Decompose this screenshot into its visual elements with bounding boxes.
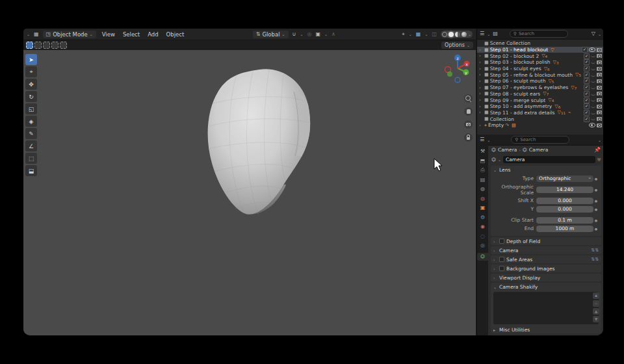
tool-scale[interactable]: ◱ <box>25 103 37 114</box>
panel-lens-header[interactable]: ⌄ Lens <box>491 166 601 174</box>
lock-icon[interactable] <box>464 133 473 142</box>
outliner-row-step08[interactable]: › ▦ Step 08 - sculpt ears ▽7 ✓ <box>477 91 603 98</box>
eye-closed-icon[interactable] <box>591 118 595 121</box>
item-label[interactable]: Step 08 - sculpt ears <box>490 91 541 97</box>
outliner-row-step04[interactable]: › ▦ Step 04 - sculpt eyes ▽6 ✓ <box>477 66 603 72</box>
camera-render-icon[interactable] <box>597 73 602 77</box>
properties-editor-type-icon[interactable]: ☰ <box>480 137 484 142</box>
select-mode-invert[interactable] <box>51 42 58 49</box>
tab-world[interactable]: ◍ <box>477 196 488 202</box>
exclude-checkbox[interactable]: ✓ <box>584 98 590 103</box>
expand-icon[interactable]: › <box>479 104 483 109</box>
expand-icon[interactable]: › <box>479 47 483 53</box>
eye-open-icon[interactable] <box>589 47 595 52</box>
expand-icon[interactable]: › <box>479 98 483 103</box>
select-mode-intersect[interactable] <box>60 42 67 49</box>
panel-background-images[interactable]: › Background Images <box>491 265 601 272</box>
item-label[interactable]: Step 06 - sculpt mouth <box>490 78 546 84</box>
add-shake-button[interactable]: + <box>593 292 599 299</box>
item-label[interactable]: Step 10 - add asymmetry <box>490 103 552 109</box>
animate-dot[interactable]: ● <box>593 188 599 192</box>
eye-closed-icon[interactable] <box>591 99 595 102</box>
tool-annotate[interactable]: ✎ <box>25 128 37 139</box>
tool-rotate[interactable]: ↻ <box>25 91 37 102</box>
item-label[interactable]: Empty <box>488 122 504 128</box>
pin-icon[interactable]: 📌 <box>594 148 601 153</box>
tab-view-layer[interactable]: ▤ <box>477 177 488 183</box>
item-label[interactable]: Step 11 - add extra details <box>490 110 555 116</box>
viewport-canvas[interactable]: z y x ➤ ⌖ ✥ ↻ ◱ ◈ ✎ <box>23 50 476 335</box>
zoom-icon[interactable] <box>464 94 473 103</box>
tool-add-primitive[interactable]: ⬓ <box>25 165 37 176</box>
outliner-row-step03[interactable]: › ▦ Step 03 - blockout polish ▽3 ✓ <box>477 59 603 66</box>
select-mode-subtract[interactable] <box>43 42 50 49</box>
expand-icon[interactable]: › <box>479 123 483 128</box>
clip-end-field[interactable]: 1000 m <box>536 226 593 232</box>
chevron-down-icon[interactable]: ⌄ <box>498 157 501 162</box>
properties-search-input[interactable]: ⚲ Search <box>511 136 569 144</box>
expand-icon[interactable]: › <box>479 53 483 58</box>
panel-camera[interactable]: › Camera ⇅⇅ <box>491 246 601 254</box>
filter-icon[interactable]: ▽ <box>592 31 595 36</box>
animate-dot[interactable]: ● <box>593 227 599 231</box>
eye-open-icon[interactable] <box>589 123 595 127</box>
proportional-edit-icon[interactable]: ◎ <box>307 32 311 37</box>
outliner-row-step11[interactable]: › ▦ Step 11 - add extra details ▽11 ⌁ ✓ <box>477 110 603 116</box>
exclude-checkbox[interactable]: ✓ <box>584 78 590 84</box>
outliner-row-step06[interactable]: › ▦ Step 06 - sculpt mouth ▽5 ✓ <box>477 78 603 84</box>
tool-transform[interactable]: ◈ <box>25 116 37 127</box>
camera-render-icon[interactable] <box>597 124 602 127</box>
clip-start-field[interactable]: 0.1 m <box>536 217 593 224</box>
panel-safe-areas[interactable]: › Safe Areas ⇅⇅ <box>491 255 601 263</box>
editor-collapse-icon[interactable]: ⌄ <box>27 32 30 36</box>
exclude-checkbox[interactable]: ✓ <box>584 110 590 116</box>
expand-icon[interactable]: › <box>479 72 483 77</box>
shake-list[interactable]: + − ▲ ▼ <box>493 292 599 324</box>
camera-render-icon[interactable] <box>597 92 602 96</box>
tab-constraints[interactable]: ◎ <box>477 243 488 248</box>
new-collection-icon[interactable]: ▤ <box>493 31 498 36</box>
item-label[interactable]: Collection <box>490 116 514 122</box>
exclude-checkbox[interactable]: ✓ <box>584 91 590 97</box>
shift-x-field[interactable]: 0.000 <box>536 198 593 204</box>
tool-move[interactable]: ✥ <box>25 79 37 90</box>
chevron-down-icon[interactable]: ⌄ <box>598 138 601 142</box>
misc-utilities-row[interactable]: ▸ Misc Utilities <box>491 326 601 333</box>
datablock-name-input[interactable]: Camera <box>503 156 595 163</box>
expand-icon[interactable]: › <box>479 60 483 65</box>
item-label[interactable]: Step 03 - blockout polish <box>490 59 551 65</box>
tab-output[interactable]: ⎙ <box>477 168 488 173</box>
camera-render-icon[interactable] <box>597 110 602 114</box>
outliner-row-step01[interactable]: › ▦ Step 01 - head blockout ▽ ✓ <box>477 47 603 53</box>
outliner-row-step10[interactable]: › ▦ Step 10 - add asymmetry ▽6 ✓ <box>477 103 603 110</box>
outliner-row-step05[interactable]: › ▦ Step 05 - refine & blockout mouth ▽5… <box>477 72 603 78</box>
shading-dropdown-icon[interactable]: ⌄ <box>468 32 471 36</box>
tool-add-cube[interactable]: ⬚ <box>25 153 37 164</box>
exclude-checkbox[interactable]: ✓ <box>584 72 590 78</box>
eye-closed-icon[interactable] <box>591 61 595 64</box>
camera-render-icon[interactable] <box>597 54 602 58</box>
tab-modifiers[interactable]: ⚙ <box>477 215 488 220</box>
fake-user-shield-icon[interactable]: ⛨ <box>597 157 601 162</box>
tab-scene[interactable]: ◍ <box>477 187 488 192</box>
snap-dropdown-icon[interactable]: ⌄ <box>300 32 303 36</box>
menu-object[interactable]: Object <box>164 31 187 38</box>
camera-render-icon[interactable] <box>597 86 602 90</box>
eye-closed-icon[interactable] <box>591 111 595 114</box>
remove-shake-button[interactable]: − <box>593 300 599 307</box>
expand-icon[interactable]: › <box>479 85 483 90</box>
breadcrumb-data[interactable]: Camera <box>529 147 548 153</box>
eye-closed-icon[interactable] <box>591 67 595 70</box>
tool-cursor[interactable]: ⌖ <box>25 66 37 77</box>
shading-wireframe-icon[interactable] <box>442 32 447 37</box>
camera-render-icon[interactable] <box>597 117 602 121</box>
xray-toggle-icon[interactable]: ◫ <box>432 32 437 37</box>
item-label[interactable]: Step 04 - sculpt eyes <box>490 66 541 72</box>
presets-icon[interactable]: ⇅⇅ <box>591 257 599 262</box>
shading-solid-icon[interactable] <box>448 32 454 37</box>
pan-hand-icon[interactable] <box>464 107 473 116</box>
tab-particles[interactable]: ◌ <box>477 234 488 239</box>
expand-icon[interactable]: › <box>479 66 483 72</box>
exclude-checkbox[interactable]: ✓ <box>584 116 590 122</box>
tab-tool[interactable]: ⚒ <box>477 149 488 154</box>
